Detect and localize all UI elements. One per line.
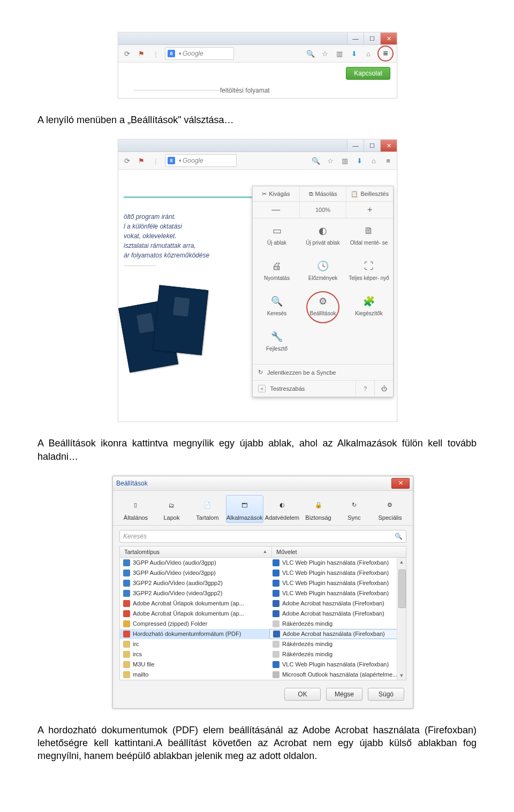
window-minimize-button[interactable]: — xyxy=(347,33,364,44)
paste-button[interactable]: 📋Beillesztés xyxy=(346,186,393,201)
list-row[interactable]: mailtoMicrosoft Outlook használata (alap… xyxy=(120,670,406,680)
cancel-button[interactable]: Mégse xyxy=(326,688,362,701)
column-action[interactable]: Művelet xyxy=(272,547,406,557)
home-icon[interactable]: ⌂ xyxy=(363,48,374,59)
list-row[interactable]: 3GPP Audio/Video (audio/3gpp)VLC Web Plu… xyxy=(120,558,406,568)
puzzle-icon: 🧩 xyxy=(362,294,376,308)
tab-label: Adatvédelem xyxy=(265,514,299,521)
customize-label: Testreszabás xyxy=(270,385,305,392)
tab-sync[interactable]: ↻Sync xyxy=(337,495,372,523)
search-icon[interactable]: 🔍 xyxy=(305,48,316,59)
dropdown-icon[interactable]: ▾ xyxy=(177,155,183,166)
screenshot-browser-top: — ☐ ✕ ⟳ ⚑ | 8 ▾ Google 🔍 ☆ ▥ ⬇ ⌂ ≡ Kapcs… xyxy=(118,32,397,98)
filetype-icon xyxy=(123,570,130,576)
list-row[interactable]: Compressed (zipped) FolderRákérdezés min… xyxy=(120,619,406,629)
menu-button[interactable]: ≡ xyxy=(383,155,394,166)
list-row[interactable]: 3GPP2 Audio/Video (audio/3gpp2)VLC Web P… xyxy=(120,578,406,588)
cut-button[interactable]: ✂Kivágás xyxy=(253,186,300,201)
list-row[interactable]: Hordozható dokumentumformátum (PDF)Adobe… xyxy=(120,629,406,639)
dotted-line xyxy=(134,90,220,90)
kapcsolat-button[interactable]: Kapcsolat xyxy=(346,67,390,80)
power-button[interactable]: ⏻ xyxy=(374,381,393,397)
scrollbar[interactable]: ▲ ▼ xyxy=(397,558,406,680)
window-minimize-button[interactable]: — xyxy=(347,140,364,151)
list-row[interactable]: Adobe Acrobat Űrlapok dokumentum (ap...A… xyxy=(120,598,406,609)
search-box[interactable]: 8 ▾ Google xyxy=(165,154,237,167)
filetype-icon xyxy=(123,661,130,668)
column-content-type[interactable]: Tartalomtípus▲ xyxy=(120,547,272,557)
menu-item-kiegészítők[interactable]: 🧩Kiegészítők xyxy=(346,292,392,328)
zoom-in-button[interactable]: + xyxy=(346,202,393,218)
menu-item-fejlesztő[interactable]: 🔧Fejlesztő xyxy=(254,328,300,363)
zoom-out-button[interactable]: — xyxy=(253,202,300,218)
search-box[interactable]: 8 ▾ Google xyxy=(165,47,234,60)
sync-signin-row[interactable]: ↻ Jelentkezzen be a Syncbe xyxy=(253,364,393,380)
help-button[interactable]: Súgó xyxy=(368,688,404,701)
scroll-down-icon[interactable]: ▼ xyxy=(397,671,406,680)
action-cell: VLC Web Plugin használata (Firefoxban) xyxy=(269,661,406,668)
menu-item-nyomtatás[interactable]: 🖨Nyomtatás xyxy=(254,257,300,292)
copy-button[interactable]: ⧉Másolás xyxy=(300,186,347,201)
applications-search[interactable]: Keresés 🔍 xyxy=(119,530,406,543)
download-icon[interactable]: ⬇ xyxy=(349,48,359,59)
flag-icon[interactable]: ⚑ xyxy=(136,48,147,59)
list-row[interactable]: 3GPP Audio/Video (video/3gpp)VLC Web Plu… xyxy=(120,568,406,578)
menu-item-előzmények[interactable]: 🕓Előzmények xyxy=(300,257,346,292)
menu-item-beállítások[interactable]: ⚙Beállítások xyxy=(300,292,346,328)
list-row[interactable]: ircRákérdezés mindig xyxy=(120,639,406,649)
menu-item-új-privát-ablak[interactable]: ◐Új privát ablak xyxy=(300,222,346,257)
list-row[interactable]: Adobe Acrobat Űrlapok dokumentum (ap...A… xyxy=(120,609,406,619)
menu-button-highlighted[interactable]: ≡ xyxy=(377,45,394,62)
help-button[interactable]: ? xyxy=(356,381,374,397)
window-close-button[interactable]: ✕ xyxy=(380,33,397,44)
window-maximize-button[interactable]: ☐ xyxy=(364,140,380,151)
list-row[interactable]: M3U fileVLC Web Plugin használata (Firef… xyxy=(120,659,406,670)
tab-icon: ↻ xyxy=(347,498,362,513)
action-cell: Adobe Acrobat használata (Firefoxban) xyxy=(269,600,406,607)
browser-menu-panel: ✂Kivágás ⧉Másolás 📋Beillesztés — 100% + … xyxy=(252,186,394,397)
fullscreen-icon: ⛶ xyxy=(362,259,376,273)
tab-tartalom[interactable]: 📄Tartalom xyxy=(190,495,225,523)
window-maximize-button[interactable]: ☐ xyxy=(364,33,380,44)
action-cell[interactable]: Adobe Acrobat használata (Firefoxban)▾ xyxy=(269,629,406,639)
tab-speciális[interactable]: ⚙Speciális xyxy=(373,495,407,523)
home-icon[interactable]: ⌂ xyxy=(368,155,379,166)
tab-lapok[interactable]: 🗂Lapok xyxy=(154,495,189,523)
menu-item-teljes-képer-nyő[interactable]: ⛶Teljes képer- nyő xyxy=(346,257,392,292)
scroll-thumb[interactable] xyxy=(398,570,406,608)
list-row[interactable]: ircsRákérdezés mindig xyxy=(120,649,406,659)
browser-toolbar: ⟳ ⚑ | 8 ▾ Google 🔍 ☆ ▥ ⬇ ⌂ ≡ xyxy=(118,45,397,63)
tab-alkalmazások[interactable]: 🗔Alkalmazások xyxy=(226,495,263,523)
dialog-close-button[interactable]: ✕ xyxy=(391,478,410,489)
flag-icon[interactable]: ⚑ xyxy=(136,155,147,166)
scroll-up-icon[interactable]: ▲ xyxy=(397,558,406,566)
content-type-cell: Compressed (zipped) Folder xyxy=(120,620,269,627)
content-type-text: 3GPP Audio/Video (audio/3gpp) xyxy=(133,559,216,566)
download-icon[interactable]: ⬇ xyxy=(354,155,365,166)
list-row[interactable]: 3GPP2 Audio/Video (video/3gpp2)VLC Web P… xyxy=(120,588,406,598)
ok-button[interactable]: OK xyxy=(284,688,321,701)
star-icon[interactable]: ☆ xyxy=(320,48,330,59)
content-type-cell: Adobe Acrobat Űrlapok dokumentum (ap... xyxy=(120,600,269,607)
tab-általános[interactable]: ▯Általános xyxy=(118,495,153,523)
window-close-button[interactable]: ✕ xyxy=(380,140,397,151)
star-icon[interactable]: ☆ xyxy=(325,155,336,166)
menu-item-keresés[interactable]: 🔍Keresés xyxy=(254,292,300,328)
tab-adatvédelem[interactable]: ◐Adatvédelem xyxy=(264,495,300,523)
teal-divider xyxy=(124,196,255,198)
reload-icon[interactable]: ⟳ xyxy=(122,48,132,59)
search-icon[interactable]: 🔍 xyxy=(311,155,321,166)
dialog-tabs: ▯Általános🗂Lapok📄Tartalom🗔Alkalmazások◐A… xyxy=(113,491,413,526)
search-placeholder: Google xyxy=(183,50,203,57)
library-icon[interactable]: ▥ xyxy=(334,48,345,59)
action-cell: Rákérdezés mindig xyxy=(269,620,406,627)
customize-button[interactable]: + Testreszabás xyxy=(253,381,356,397)
dropdown-icon[interactable]: ▾ xyxy=(177,48,183,59)
reload-icon[interactable]: ⟳ xyxy=(122,155,132,166)
dialog-titlebar: Beállítások ✕ xyxy=(113,476,413,491)
menu-item-új-ablak[interactable]: ▭Új ablak xyxy=(254,222,300,257)
content-type-text: ircs xyxy=(133,651,142,657)
tab-biztonság[interactable]: 🔒Biztonság xyxy=(301,495,336,523)
menu-item-oldal-menté-se[interactable]: 🗎Oldal menté- se xyxy=(346,222,392,257)
library-icon[interactable]: ▥ xyxy=(339,155,350,166)
